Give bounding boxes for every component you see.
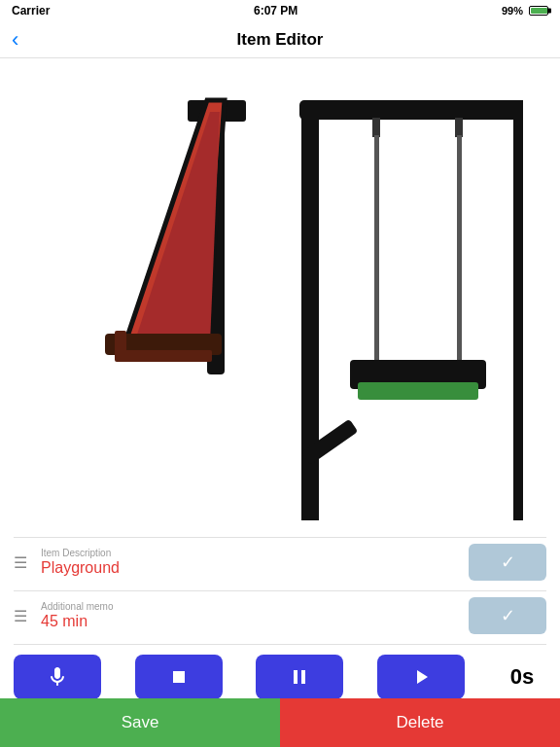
carrier-label: Carrier — [12, 4, 50, 18]
checkmark-icon-2: ✓ — [501, 605, 515, 626]
battery-area: 99% — [502, 5, 548, 17]
additional-memo-confirm-button[interactable]: ✓ — [469, 597, 546, 634]
playground-image-area — [0, 58, 560, 535]
time-label: 6:07 PM — [254, 4, 298, 18]
battery-icon — [529, 6, 548, 16]
svg-rect-13 — [455, 118, 463, 137]
page-title: Item Editor — [237, 30, 324, 50]
status-bar: Carrier 6:07 PM 99% — [0, 0, 560, 21]
menu-icon-2: ☰ — [14, 607, 31, 625]
svg-rect-8 — [513, 102, 523, 520]
stop-icon — [167, 665, 191, 689]
menu-icon-1: ☰ — [14, 553, 31, 572]
pause-icon — [288, 665, 311, 689]
playground-illustration — [37, 73, 523, 520]
pause-button[interactable] — [256, 655, 343, 699]
item-description-label: Item Description — [41, 548, 459, 558]
svg-rect-14 — [374, 135, 379, 369]
additional-memo-value[interactable]: 45 min — [41, 613, 459, 630]
mic-button[interactable] — [14, 655, 101, 699]
svg-marker-3 — [134, 112, 220, 343]
svg-rect-6 — [115, 350, 212, 362]
item-description-row: ☰ Item Description Playground ✓ — [14, 540, 546, 585]
item-description-value[interactable]: Playground — [41, 559, 459, 577]
additional-memo-label: Additional memo — [41, 601, 459, 612]
stop-button[interactable] — [135, 655, 223, 699]
svg-rect-15 — [457, 135, 462, 369]
delete-button[interactable]: Delete — [280, 698, 560, 747]
svg-rect-9 — [299, 100, 523, 120]
timer-display: 0s — [498, 664, 546, 690]
svg-rect-12 — [372, 118, 380, 137]
bottom-bar: Save Delete — [0, 698, 560, 747]
nav-bar: ‹ Item Editor — [0, 21, 560, 58]
play-button[interactable] — [377, 655, 465, 699]
checkmark-icon-1: ✓ — [501, 551, 515, 573]
save-button[interactable]: Save — [0, 698, 280, 747]
battery-percent: 99% — [502, 5, 523, 17]
additional-memo-row: ☰ Additional memo 45 min ✓ — [14, 593, 546, 638]
svg-rect-17 — [358, 382, 478, 400]
fields-section: ☰ Item Description Playground ✓ ☰ Additi… — [0, 537, 560, 645]
back-button[interactable]: ‹ — [12, 27, 18, 53]
additional-memo-content: Additional memo 45 min — [41, 601, 459, 630]
item-description-confirm-button[interactable]: ✓ — [469, 544, 546, 581]
mic-icon — [46, 665, 69, 689]
item-description-content: Item Description Playground — [41, 548, 459, 577]
play-icon — [409, 665, 433, 689]
